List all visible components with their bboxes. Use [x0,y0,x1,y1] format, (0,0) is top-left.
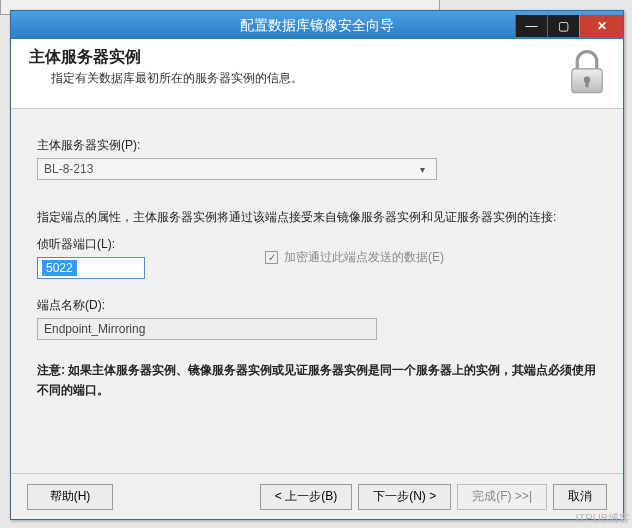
wizard-footer: 帮助(H) < 上一步(B) 下一步(N) > 完成(F) >>| 取消 [11,473,623,519]
minimize-button[interactable]: — [515,15,547,37]
chevron-down-icon: ▾ [414,160,430,178]
cancel-button[interactable]: 取消 [553,484,607,510]
endpoint-description: 指定端点的属性，主体服务器实例将通过该端点接受来自镜像服务器实例和见证服务器实例… [37,208,597,226]
encrypt-label: 加密通过此端点发送的数据(E) [284,249,444,266]
endpoint-name-label: 端点名称(D): [37,297,597,314]
wizard-note: 注意: 如果主体服务器实例、镜像服务器实例或见证服务器实例是同一个服务器上的实例… [37,360,597,400]
principal-instance-dropdown[interactable]: BL-8-213 ▾ [37,158,437,180]
watermark-text: ITPUB博客 [576,511,630,526]
listener-port-value: 5022 [42,260,77,276]
encrypt-checkbox: ✓ 加密通过此端点发送的数据(E) [265,236,444,279]
principal-instance-value: BL-8-213 [44,162,93,176]
listener-port-label: 侦听器端口(L): [37,236,145,253]
wizard-body: 主体服务器实例(P): BL-8-213 ▾ 指定端点的属性，主体服务器实例将通… [11,109,623,400]
svg-rect-2 [585,81,588,88]
endpoint-name-input[interactable]: Endpoint_Mirroring [37,318,377,340]
page-title: 主体服务器实例 [29,47,605,68]
listener-port-input[interactable]: 5022 [37,257,145,279]
principal-instance-label: 主体服务器实例(P): [37,137,597,154]
check-icon: ✓ [265,251,278,264]
page-subtitle: 指定有关数据库最初所在的服务器实例的信息。 [51,70,605,87]
finish-button: 完成(F) >>| [457,484,547,510]
title-bar: 配置数据库镜像安全向导 — ▢ ✕ [11,11,623,39]
next-button[interactable]: 下一步(N) > [358,484,451,510]
lock-icon [565,45,609,97]
endpoint-name-value: Endpoint_Mirroring [44,322,145,336]
close-button[interactable]: ✕ [579,15,623,37]
wizard-header: 主体服务器实例 指定有关数据库最初所在的服务器实例的信息。 [11,39,623,109]
wizard-window: 配置数据库镜像安全向导 — ▢ ✕ 主体服务器实例 指定有关数据库最初所在的服务… [10,10,624,520]
maximize-button[interactable]: ▢ [547,15,579,37]
back-button[interactable]: < 上一步(B) [260,484,352,510]
help-button[interactable]: 帮助(H) [27,484,113,510]
